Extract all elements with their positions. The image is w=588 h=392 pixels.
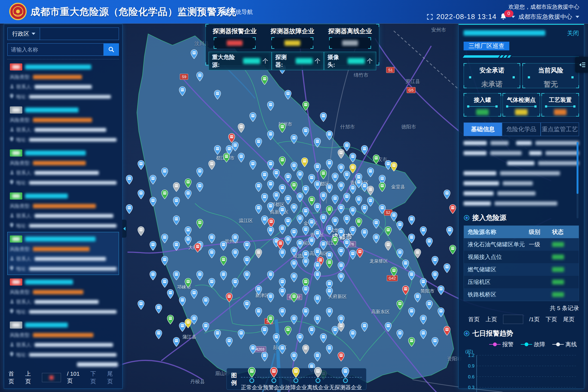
enterprise-map-marker[interactable] <box>185 189 192 200</box>
enterprise-map-marker[interactable] <box>302 127 310 138</box>
enterprise-map-marker[interactable] <box>373 234 380 244</box>
company-card[interactable]: 风险类型:联系人:地址: <box>7 318 119 360</box>
enterprise-map-marker[interactable] <box>126 204 133 215</box>
enterprise-map-marker[interactable] <box>402 259 409 270</box>
enterprise-map-marker[interactable] <box>408 337 415 348</box>
enterprise-map-marker[interactable] <box>396 249 403 259</box>
enterprise-map-marker[interactable] <box>379 182 386 193</box>
company-card[interactable]: 风险类型:联系人:地址: <box>7 189 119 232</box>
enterprise-map-marker[interactable] <box>296 192 304 203</box>
enterprise-map-marker[interactable] <box>414 249 421 259</box>
enterprise-map-marker[interactable] <box>173 197 180 208</box>
enterprise-map-marker[interactable] <box>161 189 168 200</box>
enterprise-map-marker[interactable] <box>149 197 157 208</box>
enterprise-map-marker[interactable] <box>437 285 445 296</box>
enterprise-map-marker[interactable] <box>408 307 415 318</box>
enterprise-map-marker[interactable] <box>431 271 439 281</box>
enterprise-map-marker[interactable] <box>179 296 186 307</box>
enterprise-map-marker[interactable] <box>202 296 210 307</box>
enterprise-map-marker[interactable] <box>349 329 357 340</box>
enterprise-map-marker[interactable] <box>267 271 274 281</box>
first-page-link[interactable]: 首页 <box>468 316 480 323</box>
enterprise-map-marker[interactable] <box>261 75 268 86</box>
enterprise-map-marker[interactable] <box>326 159 333 170</box>
enterprise-map-marker[interactable] <box>243 256 251 267</box>
enterprise-map-marker[interactable] <box>361 322 368 333</box>
company-card[interactable]: 风险类型:联系人:地址: <box>7 232 119 275</box>
enterprise-map-marker[interactable] <box>408 234 415 244</box>
scrollbar[interactable] <box>577 142 578 218</box>
enterprise-map-marker[interactable] <box>337 204 345 215</box>
table-row[interactable]: 压缩机区 <box>464 276 579 288</box>
close-button[interactable]: 关闭 <box>567 29 579 37</box>
enterprise-map-marker[interactable] <box>214 90 221 101</box>
tab-重点监管工艺[interactable]: 重点监管工艺 <box>541 122 579 136</box>
enterprise-map-marker[interactable] <box>167 315 174 326</box>
notification-bell[interactable]: 0 <box>500 13 508 21</box>
enterprise-map-marker[interactable] <box>425 300 433 311</box>
enterprise-map-marker[interactable] <box>290 259 298 270</box>
enterprise-map-marker[interactable] <box>226 337 233 348</box>
enterprise-map-marker[interactable] <box>267 226 274 237</box>
enterprise-map-marker[interactable] <box>420 278 427 289</box>
enterprise-map-marker[interactable] <box>267 180 274 191</box>
enterprise-map-marker[interactable] <box>449 204 457 215</box>
enterprise-map-marker[interactable] <box>349 250 357 261</box>
enterprise-map-marker[interactable] <box>326 287 333 298</box>
company-card[interactable]: 风险类型:联系人:地址: <box>7 275 119 318</box>
enterprise-map-marker[interactable] <box>249 160 256 171</box>
enterprise-map-marker[interactable] <box>167 289 174 300</box>
tab-基础信息[interactable]: 基础信息 <box>464 122 502 136</box>
enterprise-map-marker[interactable] <box>408 215 415 226</box>
tab-危险化学品[interactable]: 危险化学品 <box>502 122 540 136</box>
enterprise-map-marker[interactable] <box>302 258 310 268</box>
last-page-link[interactable]: 尾页 <box>563 316 574 323</box>
enterprise-map-marker[interactable] <box>302 285 310 296</box>
enterprise-map-marker[interactable] <box>332 326 339 337</box>
enterprise-map-marker[interactable] <box>314 271 321 281</box>
enterprise-map-marker[interactable] <box>278 225 286 235</box>
enterprise-map-marker[interactable] <box>290 315 298 326</box>
enterprise-map-marker[interactable] <box>384 241 392 252</box>
enterprise-map-marker[interactable] <box>337 182 345 192</box>
enterprise-map-marker[interactable] <box>284 90 292 101</box>
enterprise-map-marker[interactable] <box>161 278 168 289</box>
enterprise-map-marker[interactable] <box>302 344 310 355</box>
enterprise-map-marker[interactable] <box>214 329 221 340</box>
enterprise-map-marker[interactable] <box>373 219 380 230</box>
enterprise-map-marker[interactable] <box>255 182 262 193</box>
enterprise-map-marker[interactable] <box>220 271 227 281</box>
enterprise-map-marker[interactable] <box>314 295 321 305</box>
enterprise-map-marker[interactable] <box>349 153 357 164</box>
enterprise-map-marker[interactable] <box>126 175 133 186</box>
enterprise-map-marker[interactable] <box>267 130 274 141</box>
enterprise-map-marker[interactable] <box>290 203 298 214</box>
region-filter-dropdown[interactable]: 行政区 <box>7 27 40 40</box>
enterprise-map-marker[interactable] <box>278 206 286 217</box>
enterprise-map-marker[interactable] <box>414 293 421 304</box>
enterprise-map-marker[interactable] <box>278 249 286 259</box>
enterprise-map-marker[interactable] <box>261 352 268 363</box>
enterprise-map-marker[interactable] <box>196 271 204 281</box>
enterprise-map-marker[interactable] <box>185 278 192 289</box>
enterprise-map-marker[interactable] <box>185 178 192 189</box>
enterprise-map-marker[interactable] <box>396 300 403 311</box>
enterprise-map-marker[interactable] <box>273 333 280 344</box>
enterprise-map-marker[interactable] <box>232 278 239 289</box>
enterprise-map-marker[interactable] <box>301 157 308 168</box>
enterprise-map-marker[interactable] <box>343 215 351 226</box>
enterprise-map-marker[interactable] <box>284 235 292 246</box>
page-number-input[interactable] <box>503 315 523 324</box>
company-card[interactable]: 风险类型:联系人:地址: <box>7 60 119 103</box>
enterprise-map-marker[interactable] <box>249 112 256 123</box>
enterprise-map-marker[interactable] <box>367 167 374 178</box>
first-page-link[interactable]: 首页 <box>8 370 19 385</box>
enterprise-map-marker[interactable] <box>173 337 180 348</box>
region-filter-value[interactable] <box>40 27 119 40</box>
table-row[interactable]: 视频接入点位 <box>464 251 579 263</box>
enterprise-map-marker[interactable] <box>290 134 298 145</box>
enterprise-map-marker[interactable] <box>361 228 368 239</box>
prev-page-link[interactable]: 上页 <box>486 316 497 323</box>
enterprise-map-marker[interactable] <box>337 352 345 363</box>
enterprise-map-marker[interactable] <box>267 101 274 112</box>
